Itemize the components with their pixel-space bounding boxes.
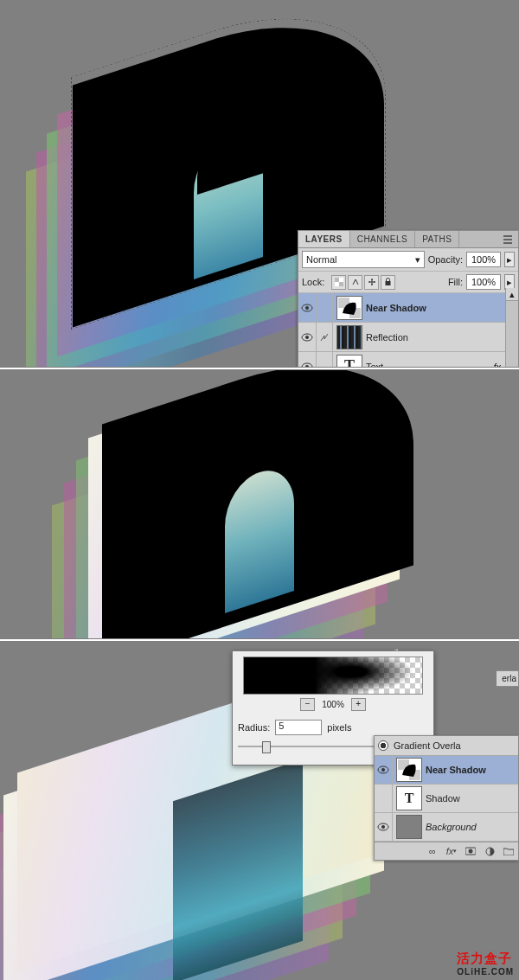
zoom-out-button[interactable]: − bbox=[300, 698, 315, 711]
layer-thumbnail[interactable] bbox=[396, 758, 422, 782]
layer-thumbnail[interactable] bbox=[336, 296, 362, 320]
layer-thumbnail[interactable] bbox=[396, 815, 422, 839]
blend-opacity-row: Normal ▾ Opacity: 100% ▸ bbox=[298, 248, 518, 272]
opacity-label: Opacity: bbox=[428, 254, 463, 265]
tutorial-step-2 bbox=[0, 370, 519, 638]
layer-thumbnail[interactable] bbox=[336, 325, 362, 349]
radius-unit: pixels bbox=[327, 722, 351, 733]
lock-transparency-icon[interactable] bbox=[331, 275, 346, 290]
visibility-toggle[interactable] bbox=[298, 323, 317, 351]
svg-point-19 bbox=[381, 825, 385, 829]
radius-label: Radius: bbox=[238, 722, 270, 733]
blur-preview[interactable] bbox=[243, 657, 423, 695]
clip-indicator[interactable] bbox=[317, 323, 333, 351]
tutorial-step-1: LAYERS CHANNELS PATHS Normal ▾ Opacity: … bbox=[0, 0, 519, 367]
layer-row-near-shadow[interactable]: Near Shadow bbox=[298, 293, 518, 323]
link-column[interactable] bbox=[317, 293, 333, 322]
radius-input[interactable]: 5 bbox=[275, 720, 322, 735]
layers-panel-fragment: Gradient Overla Near Shadow T Shadow Bac… bbox=[374, 735, 519, 861]
svg-point-12 bbox=[305, 365, 309, 368]
zoom-value: 100% bbox=[322, 700, 344, 709]
layer-name[interactable]: Near Shadow bbox=[426, 765, 518, 775]
zoom-in-button[interactable]: + bbox=[351, 698, 366, 711]
visibility-toggle[interactable] bbox=[298, 293, 317, 322]
svg-rect-1 bbox=[335, 278, 339, 282]
link-column[interactable] bbox=[317, 352, 333, 367]
tab-channels[interactable]: CHANNELS bbox=[350, 231, 415, 247]
layer-row-background[interactable]: Background bbox=[375, 813, 518, 842]
svg-point-14 bbox=[381, 768, 385, 772]
style-name: Gradient Overla bbox=[394, 740, 461, 751]
panel-menu-icon[interactable] bbox=[497, 231, 518, 247]
opacity-flyout-icon[interactable]: ▸ bbox=[504, 252, 515, 267]
lock-all-icon[interactable] bbox=[381, 275, 395, 290]
new-group-icon[interactable] bbox=[503, 845, 515, 857]
tutorial-step-3: − 100% + Radius: 5 pixels erla Gradient … bbox=[0, 642, 519, 980]
layers-panel: LAYERS CHANNELS PATHS Normal ▾ Opacity: … bbox=[298, 230, 519, 367]
tab-layers[interactable]: LAYERS bbox=[298, 231, 350, 247]
lock-fill-row: Lock: Fill: 100% ▸ bbox=[298, 272, 518, 293]
svg-rect-3 bbox=[386, 281, 391, 285]
tab-paths[interactable]: PATHS bbox=[415, 231, 459, 247]
chevron-down-icon: ▾ bbox=[415, 254, 420, 266]
slider-knob[interactable] bbox=[262, 741, 271, 753]
layer-row-near-shadow[interactable]: Near Shadow bbox=[375, 756, 518, 785]
style-gradient-overlay-row[interactable]: Gradient Overla bbox=[375, 736, 518, 756]
fill-input[interactable]: 100% bbox=[466, 274, 501, 290]
add-mask-icon[interactable] bbox=[465, 845, 477, 857]
new-adjustment-icon[interactable] bbox=[484, 845, 496, 857]
layer-list: Near Shadow Reflection T Text fx ▸ bbox=[298, 293, 518, 367]
step-divider bbox=[0, 639, 519, 641]
layer-name[interactable]: Reflection bbox=[366, 332, 518, 343]
svg-point-10 bbox=[305, 336, 309, 339]
lock-position-icon[interactable] bbox=[364, 275, 379, 290]
panel-tabs: LAYERS CHANNELS PATHS bbox=[298, 231, 518, 248]
svg-point-21 bbox=[469, 849, 473, 854]
visibility-toggle[interactable] bbox=[375, 785, 393, 812]
opacity-input[interactable]: 100% bbox=[466, 252, 501, 267]
layer-name[interactable]: Background bbox=[426, 822, 518, 832]
link-layers-icon[interactable]: ∞ bbox=[426, 845, 439, 857]
visibility-toggle[interactable] bbox=[298, 352, 317, 367]
visibility-toggle[interactable] bbox=[375, 813, 393, 841]
panel-scrollbar[interactable]: ▴ ▾ bbox=[505, 288, 518, 367]
blend-mode-select[interactable]: Normal ▾ bbox=[302, 251, 425, 268]
svg-rect-2 bbox=[339, 282, 343, 286]
layer-row-reflection[interactable]: Reflection bbox=[298, 323, 518, 352]
lock-label: Lock: bbox=[302, 277, 324, 287]
svg-point-5 bbox=[305, 306, 309, 310]
radio-selected-icon[interactable] bbox=[378, 740, 388, 751]
step-divider bbox=[0, 368, 519, 369]
lock-pixels-icon[interactable] bbox=[348, 275, 362, 290]
panel-bottom-bar: ∞ fx▾ bbox=[375, 842, 518, 860]
layer-name[interactable]: Near Shadow bbox=[366, 303, 518, 313]
add-style-icon[interactable]: fx▾ bbox=[445, 845, 458, 857]
scroll-up-icon[interactable]: ▴ bbox=[506, 288, 518, 301]
text-layer-thumbnail[interactable]: T bbox=[336, 355, 362, 368]
layer-row-text[interactable]: T Text fx ▸ bbox=[298, 352, 518, 367]
layer-row-shadow[interactable]: T Shadow bbox=[375, 785, 518, 813]
fx-badge[interactable]: fx bbox=[488, 362, 506, 368]
blend-mode-value: Normal bbox=[306, 254, 336, 265]
visibility-toggle[interactable] bbox=[375, 756, 393, 784]
layer-name[interactable]: Text bbox=[366, 362, 488, 368]
fill-label: Fill: bbox=[448, 277, 463, 287]
layer-name[interactable]: Shadow bbox=[426, 793, 518, 804]
style-overlay-label-cut: erla bbox=[497, 670, 519, 687]
text-layer-thumbnail[interactable]: T bbox=[396, 786, 422, 810]
watermark: 活力盒子 OLiHE.COM bbox=[457, 951, 514, 977]
